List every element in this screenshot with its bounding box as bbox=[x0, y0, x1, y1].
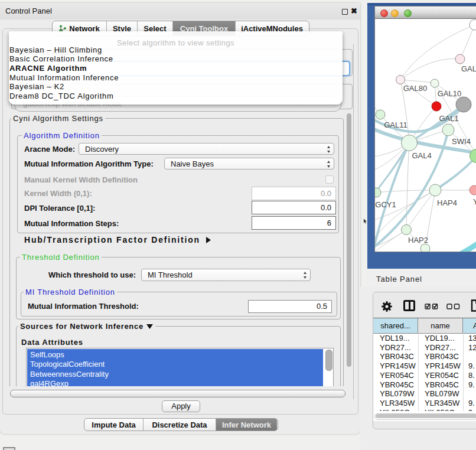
svg-text:GAL4: GAL4 bbox=[412, 151, 431, 160]
svg-text:SWI4: SWI4 bbox=[452, 137, 471, 146]
svg-text:GAL11: GAL11 bbox=[384, 120, 407, 129]
svg-text:GAL1: GAL1 bbox=[439, 114, 458, 123]
svg-text:GCY1: GCY1 bbox=[375, 200, 396, 209]
svg-text:GAL80: GAL80 bbox=[403, 84, 427, 93]
svg-text:GAL10: GAL10 bbox=[438, 89, 461, 98]
svg-text:Y: Y bbox=[473, 197, 476, 206]
svg-text:GAL7: GAL7 bbox=[461, 64, 476, 73]
svg-text:HAP4: HAP4 bbox=[437, 198, 457, 207]
svg-text:HAP2: HAP2 bbox=[408, 236, 428, 244]
